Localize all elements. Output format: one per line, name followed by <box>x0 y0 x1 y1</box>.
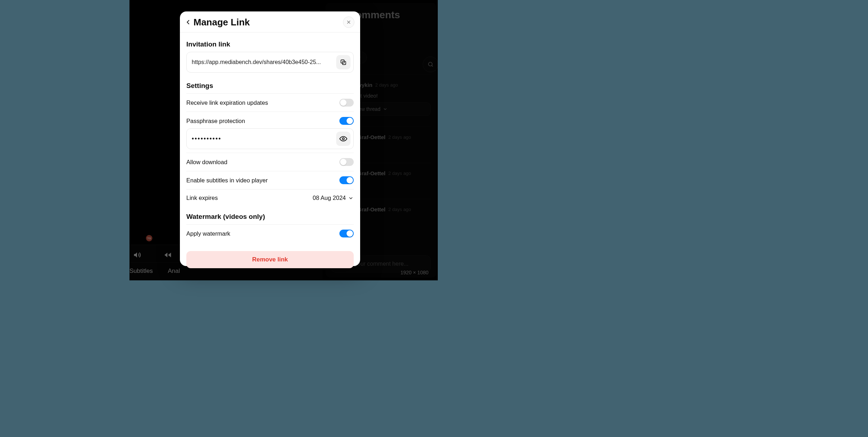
eye-icon <box>339 135 347 143</box>
setting-label: Receive link expiration updates <box>186 99 268 106</box>
passphrase-field[interactable]: •••••••••• <box>186 128 354 149</box>
toggle-allow-download[interactable] <box>339 158 354 166</box>
remove-link-button[interactable]: Remove link <box>186 251 354 268</box>
setting-row-receive-updates: Receive link expiration updates <box>186 94 354 112</box>
reveal-passphrase-button[interactable] <box>336 132 350 146</box>
close-icon <box>346 19 352 25</box>
invitation-url[interactable]: https://app.mediabench.dev/shares/40b3e4… <box>192 59 333 65</box>
setting-row-passphrase: Passphrase protection <box>186 112 354 128</box>
modal-title: Manage Link <box>193 17 250 28</box>
setting-label: Enable subtitles in video player <box>186 177 268 184</box>
setting-row-watermark: Apply watermark <box>186 225 354 242</box>
manage-link-modal: Manage Link Invitation link https://app.… <box>180 11 360 266</box>
back-chevron-icon[interactable] <box>184 18 192 26</box>
toggle-subtitles[interactable] <box>339 176 354 184</box>
setting-label: Allow download <box>186 159 227 166</box>
close-button[interactable] <box>343 16 354 28</box>
setting-label: Link expires <box>186 195 218 201</box>
passphrase-masked: •••••••••• <box>192 135 333 143</box>
watermark-heading: Watermark (videos only) <box>186 213 354 221</box>
invitation-link-box: https://app.mediabench.dev/shares/40b3e4… <box>186 52 354 73</box>
remove-link-label: Remove link <box>252 256 288 263</box>
setting-row-allow-download: Allow download <box>186 153 354 171</box>
invitation-link-heading: Invitation link <box>186 40 354 48</box>
copy-icon <box>340 59 347 66</box>
setting-row-subtitles: Enable subtitles in video player <box>186 171 354 190</box>
copy-link-button[interactable] <box>336 55 350 69</box>
modal-header: Manage Link <box>180 11 360 33</box>
toggle-watermark[interactable] <box>339 230 354 237</box>
setting-label: Passphrase protection <box>186 118 245 124</box>
setting-label: Apply watermark <box>186 230 230 237</box>
setting-row-expires: Link expires 08 Aug 2024 <box>186 190 354 206</box>
settings-heading: Settings <box>186 82 354 90</box>
expiry-date-picker[interactable]: 08 Aug 2024 <box>313 195 354 201</box>
toggle-receive-updates[interactable] <box>339 99 354 107</box>
toggle-passphrase[interactable] <box>339 117 354 125</box>
expiry-date-value: 08 Aug 2024 <box>313 195 346 201</box>
chevron-down-icon <box>348 195 354 201</box>
svg-point-8 <box>342 138 344 140</box>
